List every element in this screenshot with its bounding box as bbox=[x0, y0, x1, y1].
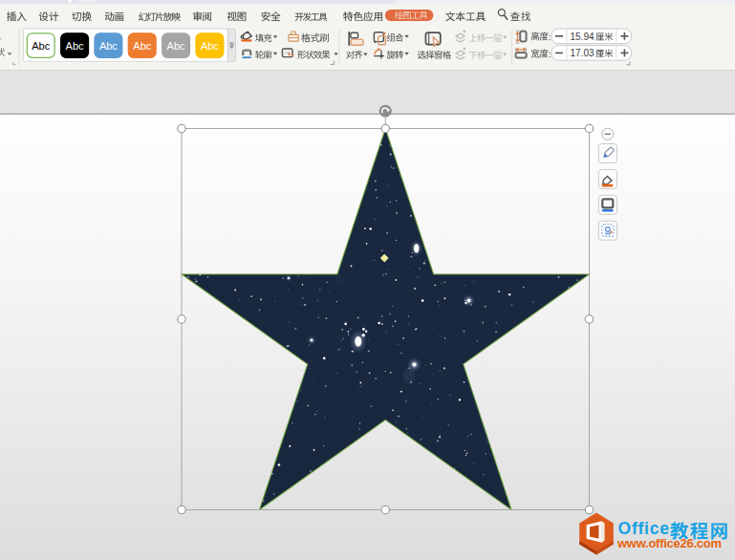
svg-text:Abc: Abc bbox=[32, 40, 50, 52]
svg-text:Abc: Abc bbox=[99, 40, 118, 52]
svg-text:17.03: 17.03 bbox=[571, 48, 594, 58]
svg-text:www.office26.com: www.office26.com bbox=[616, 536, 722, 550]
svg-text:Abc: Abc bbox=[167, 40, 185, 52]
svg-text:Abc: Abc bbox=[133, 40, 151, 52]
svg-text:Abc: Abc bbox=[201, 40, 219, 52]
svg-text:Office: Office bbox=[618, 519, 670, 538]
svg-text:Abc: Abc bbox=[66, 40, 84, 52]
svg-text:15.94: 15.94 bbox=[571, 32, 594, 42]
svg-text::: : bbox=[549, 49, 551, 59]
svg-text::: : bbox=[549, 32, 551, 42]
